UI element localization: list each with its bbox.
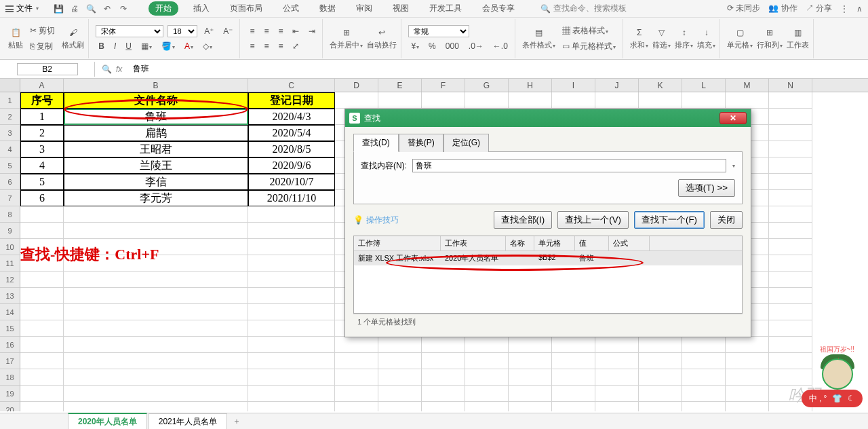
col-E[interactable]: E: [378, 79, 422, 92]
indent-inc-button[interactable]: ⇥: [306, 25, 318, 37]
mascot-pill[interactable]: 中 , ° 👕 ☾: [802, 390, 863, 407]
col-F[interactable]: F: [422, 79, 465, 92]
col-J[interactable]: J: [595, 79, 639, 92]
col-A[interactable]: A: [20, 79, 64, 92]
align-left-button[interactable]: ≡: [247, 40, 257, 52]
tab-page-layout[interactable]: 页面布局: [224, 0, 268, 17]
sheet-tab-2020[interactable]: 2020年人员名单: [68, 413, 147, 429]
align-mid-button[interactable]: ≡: [261, 25, 271, 37]
cond-format-button[interactable]: ▤条件格式▾: [522, 26, 555, 50]
decrease-font-button[interactable]: A⁻: [220, 25, 235, 37]
close-dialog-button[interactable]: 关闭: [710, 211, 743, 229]
col-K[interactable]: K: [639, 79, 682, 92]
col-B[interactable]: B: [64, 79, 248, 92]
underline-button[interactable]: U: [123, 40, 134, 52]
border-button[interactable]: ▦▾: [138, 40, 155, 52]
col-worksheet[interactable]: 工作表: [441, 236, 506, 250]
fill-color-button[interactable]: 🪣▾: [159, 40, 178, 52]
expand-icon[interactable]: ∧: [856, 4, 863, 14]
save-icon[interactable]: 💾: [54, 4, 63, 14]
row-header[interactable]: 1: [0, 92, 20, 109]
dialog-titlebar[interactable]: S 查找 ✕: [345, 109, 751, 127]
sum-button[interactable]: Σ求和▾: [630, 26, 648, 50]
cell-B1[interactable]: 文件名称: [64, 92, 248, 109]
find-input[interactable]: [412, 159, 726, 172]
sheet-tab-2021[interactable]: 2021年人员名单: [149, 413, 228, 430]
tips-link[interactable]: 💡操作技巧: [353, 214, 399, 226]
find-prev-button[interactable]: 查找上一个(V): [557, 211, 629, 229]
table-style-button[interactable]: ▦ 表格样式▾: [559, 24, 618, 38]
redo-icon[interactable]: ↷: [119, 4, 128, 14]
percent-button[interactable]: %: [426, 40, 439, 52]
undo-icon[interactable]: ↶: [102, 4, 112, 14]
cell-C2[interactable]: 2020/4/3: [248, 109, 335, 125]
tab-find[interactable]: 查找(D): [353, 134, 399, 152]
sync-status[interactable]: ⟳ 未同步: [727, 3, 760, 14]
format-painter-button[interactable]: 🖌格式刷: [62, 26, 84, 50]
find-all-button[interactable]: 查找全部(I): [494, 211, 553, 229]
name-box[interactable]: [17, 63, 78, 75]
merge-button[interactable]: ⊞合并居中▾: [330, 26, 363, 50]
cell-style-button[interactable]: ▭ 单元格样式▾: [559, 39, 618, 54]
fill-button[interactable]: ↓填充▾: [697, 26, 715, 50]
tab-goto[interactable]: 定位(G): [443, 134, 489, 152]
tab-review[interactable]: 审阅: [351, 0, 378, 17]
options-button[interactable]: 选项(T) >>: [678, 179, 735, 197]
cell-A2[interactable]: 1: [20, 109, 64, 125]
dec-decimal-button[interactable]: ←.0: [490, 40, 511, 52]
italic-button[interactable]: I: [111, 40, 119, 52]
cell-button[interactable]: ▢单元格▾: [727, 26, 753, 50]
clear-format-button[interactable]: ◇▾: [200, 40, 215, 52]
paste-button[interactable]: 📋粘贴: [8, 26, 23, 50]
add-sheet-button[interactable]: +: [229, 415, 244, 428]
tab-formula[interactable]: 公式: [277, 0, 304, 17]
filter-button[interactable]: ▽筛选▾: [652, 26, 671, 50]
increase-font-button[interactable]: A⁺: [201, 25, 216, 37]
align-center-button[interactable]: ≡: [261, 40, 271, 52]
sort-button[interactable]: ↕排序▾: [675, 26, 693, 50]
tab-insert[interactable]: 插入: [188, 0, 215, 17]
col-formula[interactable]: 公式: [609, 236, 650, 250]
fx-label[interactable]: fx: [116, 64, 122, 74]
inc-decimal-button[interactable]: .0→: [466, 40, 486, 52]
col-N[interactable]: N: [769, 79, 812, 92]
cell-B2[interactable]: 鲁班: [64, 109, 248, 125]
col-value[interactable]: 值: [575, 236, 609, 250]
file-menu[interactable]: 文件 ▾: [5, 3, 39, 14]
col-I[interactable]: I: [552, 79, 595, 92]
search-fx-icon[interactable]: 🔍: [102, 64, 112, 74]
col-C[interactable]: C: [248, 79, 335, 92]
indent-dec-button[interactable]: ⇤: [290, 25, 302, 37]
orientation-button[interactable]: ⤢: [290, 40, 302, 52]
formula-value[interactable]: 鲁班: [129, 63, 868, 75]
tab-data[interactable]: 数据: [314, 0, 341, 17]
col-M[interactable]: M: [726, 79, 769, 92]
tab-member[interactable]: 会员专享: [477, 0, 520, 17]
tab-replace[interactable]: 替换(P): [399, 134, 443, 152]
more-icon[interactable]: ⋮: [840, 4, 848, 14]
col-G[interactable]: G: [465, 79, 509, 92]
cut-button[interactable]: ✂ 剪切: [27, 24, 58, 38]
align-right-button[interactable]: ≡: [275, 40, 285, 52]
cell-A1[interactable]: 序号: [20, 92, 64, 109]
cell-C1[interactable]: 登记日期: [248, 92, 335, 109]
rowcol-button[interactable]: ⊞行和列▾: [757, 26, 783, 50]
print-icon[interactable]: 🖨: [70, 4, 79, 14]
col-cell[interactable]: 单元格: [534, 236, 575, 250]
mascot[interactable]: 祖国万岁~!! ★ 中 , ° 👕 ☾: [810, 349, 863, 410]
bold-button[interactable]: B: [96, 40, 107, 52]
tab-dev[interactable]: 开发工具: [424, 0, 467, 17]
copy-button[interactable]: ⎘ 复制: [27, 39, 58, 54]
col-D[interactable]: D: [335, 79, 378, 92]
find-next-button[interactable]: 查找下一个(F): [634, 211, 705, 229]
preview-icon[interactable]: 🔍: [86, 4, 96, 14]
tab-view[interactable]: 视图: [387, 0, 414, 17]
col-H[interactable]: H: [509, 79, 552, 92]
worksheet-button[interactable]: ▥工作表: [787, 26, 809, 50]
number-format-select[interactable]: 常规: [408, 25, 469, 37]
result-row[interactable]: 新建 XLSX 工作表.xlsx 2020年人员名单 $B$2 鲁班: [354, 251, 742, 265]
font-color-button[interactable]: A▾: [182, 40, 196, 52]
tab-start[interactable]: 开始: [149, 1, 178, 16]
collab-button[interactable]: 👥 协作: [768, 3, 797, 14]
col-L[interactable]: L: [682, 79, 726, 92]
